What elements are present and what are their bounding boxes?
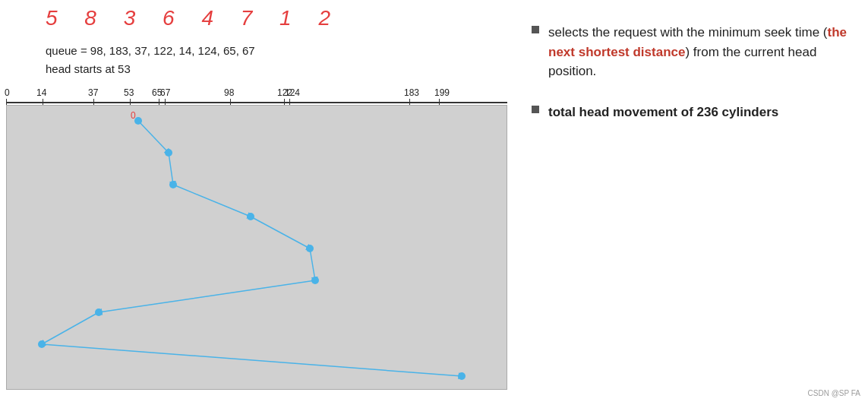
label-0: 0 (5, 87, 10, 98)
bullet-text-2: total head movement of 236 cylinders (548, 103, 778, 122)
svg-line-4 (310, 248, 315, 280)
svg-point-14 (95, 308, 103, 316)
svg-line-2 (173, 185, 251, 217)
bullet-text-1: selects the request with the minimum see… (548, 23, 851, 81)
svg-point-11 (247, 213, 254, 220)
label-14: 14 (36, 87, 46, 98)
queue-info: queue = 98, 183, 37, 122, 14, 124, 65, 6… (46, 42, 255, 78)
svg-line-1 (169, 153, 173, 185)
bullet1-part1: selects the request with the minimum see… (548, 25, 828, 40)
svg-point-10 (169, 181, 177, 188)
bullet-square-2 (532, 106, 539, 113)
watermark: CSDN @SP FA (808, 389, 860, 397)
label-124: 124 (285, 87, 300, 98)
bullet-square-1 (532, 26, 539, 33)
left-panel: 5 8 3 6 4 7 1 2 queue = 98, 183, 37, 122… (0, 0, 516, 405)
label-37: 37 (88, 87, 98, 98)
svg-point-9 (165, 149, 172, 157)
right-panel: selects the request with the minimum see… (532, 23, 851, 143)
label-53: 53 (124, 87, 134, 98)
svg-line-5 (99, 280, 315, 312)
svg-line-3 (251, 217, 310, 248)
bullet-item-1: selects the request with the minimum see… (532, 23, 851, 81)
svg-point-15 (38, 340, 46, 348)
label-98: 98 (224, 87, 234, 98)
svg-point-16 (458, 372, 466, 380)
queue-info-line1: queue = 98, 183, 37, 122, 14, 124, 65, 6… (46, 42, 255, 60)
bullet-item-2: total head movement of 236 cylinders (532, 103, 851, 122)
svg-line-7 (42, 344, 462, 376)
svg-line-6 (42, 312, 99, 344)
label-199: 199 (434, 87, 450, 98)
svg-point-12 (306, 245, 314, 252)
chart-svg (7, 106, 508, 391)
label-67: 67 (160, 87, 170, 98)
axis-line (6, 102, 507, 103)
svg-point-8 (134, 117, 142, 125)
label-183: 183 (404, 87, 419, 98)
svg-line-0 (138, 121, 169, 153)
queue-numbers: 5 8 3 6 4 7 1 2 (46, 6, 341, 30)
queue-info-line2: head starts at 53 (46, 60, 255, 78)
svg-point-13 (311, 277, 319, 284)
chart-area: 0 (6, 105, 507, 390)
